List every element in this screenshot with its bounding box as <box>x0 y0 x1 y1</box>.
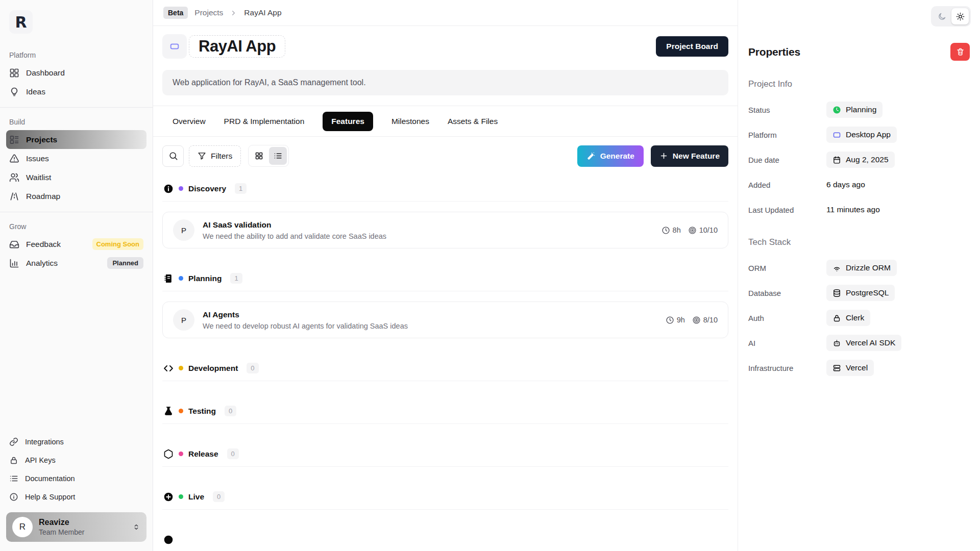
tab-milestones[interactable]: Milestones <box>391 117 429 126</box>
prop-label: Status <box>748 106 826 114</box>
feature-card-ai-agents[interactable]: P AI Agents We need to develop robust AI… <box>162 302 728 338</box>
prop-label: Last Updated <box>748 206 826 214</box>
light-mode-button[interactable] <box>951 8 969 24</box>
new-feature-button[interactable]: New Feature <box>651 145 728 167</box>
platform-badge[interactable]: Desktop App <box>826 127 897 143</box>
tab-prd-implementation[interactable]: PRD & Implementation <box>224 117 305 126</box>
feature-card-ai-saas-validation[interactable]: P AI SaaS validation We need the ability… <box>162 212 728 248</box>
sidebar-item-roadmap[interactable]: Roadmap <box>0 187 153 206</box>
tab-assets-files[interactable]: Assets & Files <box>448 117 498 126</box>
breadcrumb-current: RayAI App <box>244 8 281 17</box>
sidebar-item-integrations[interactable]: Integrations <box>0 433 153 451</box>
section-header[interactable] <box>162 532 728 551</box>
sidebar-item-feedback[interactable]: Feedback Coming Soon <box>0 235 153 254</box>
score-value: 10/10 <box>699 226 718 234</box>
section-header[interactable]: Testing 0 <box>162 404 728 424</box>
sidebar-item-dashboard[interactable]: Dashboard <box>0 63 153 82</box>
features-board: Filters Generate New Feature <box>153 137 738 551</box>
chevron-right-icon <box>230 9 237 17</box>
grid-icon <box>255 152 263 160</box>
page-title[interactable]: RayAI App <box>189 35 285 58</box>
infrastructure-value: Vercel <box>846 363 868 372</box>
theme-toggle <box>931 6 971 27</box>
sidebar-item-label: Projects <box>26 135 57 144</box>
delete-project-button[interactable] <box>950 43 970 61</box>
lock-icon <box>832 314 841 322</box>
sidebar-item-waitlist[interactable]: Waitlist <box>0 168 153 187</box>
alert-triangle-icon <box>9 154 19 164</box>
status-dot <box>179 276 183 281</box>
sidebar-item-ideas[interactable]: Ideas <box>0 82 153 101</box>
server-icon <box>832 364 841 372</box>
ai-badge[interactable]: Vercel AI SDK <box>826 335 901 351</box>
prop-row-platform: Platform Desktop App <box>748 126 970 144</box>
prop-row-infrastructure: Infrastructure Vercel <box>748 359 970 377</box>
section-header[interactable]: Planning 1 <box>162 271 728 291</box>
filters-label: Filters <box>211 152 232 161</box>
sidebar-item-documentation[interactable]: Documentation <box>0 469 153 488</box>
sidebar-item-label: Roadmap <box>26 192 60 201</box>
list-icon <box>9 474 18 483</box>
avatar: R <box>12 517 33 537</box>
tab-features[interactable]: Features <box>323 112 373 131</box>
section-name: Discovery <box>188 184 226 193</box>
prop-label: AI <box>748 339 826 347</box>
chevrons-up-down-icon <box>132 523 140 531</box>
list-view-button[interactable] <box>269 147 287 165</box>
sidebar-item-api-keys[interactable]: API Keys <box>0 451 153 469</box>
drizzle-icon <box>832 264 841 272</box>
prop-row-added: Added 6 days ago <box>748 176 970 194</box>
project-board-button[interactable]: Project Board <box>656 36 728 57</box>
user-role: Team Member <box>39 528 84 536</box>
section-header[interactable]: Release 0 <box>162 446 728 467</box>
user-menu[interactable]: R Reavize Team Member <box>6 512 146 542</box>
avatar: P <box>173 219 194 241</box>
main-content: Beta Projects RayAI App RayAI App Projec… <box>153 0 738 551</box>
app-logo[interactable]: R <box>9 10 33 34</box>
section-header[interactable]: Live 0 <box>162 489 728 510</box>
breadcrumb-projects[interactable]: Projects <box>194 8 223 17</box>
grid-view-button[interactable] <box>250 147 268 165</box>
board-toolbar: Filters Generate New Feature <box>162 145 728 167</box>
section-count: 1 <box>230 273 242 284</box>
sidebar-item-projects[interactable]: Projects <box>6 130 146 149</box>
generate-button[interactable]: Generate <box>577 145 644 167</box>
filters-button[interactable]: Filters <box>189 145 241 167</box>
search-button[interactable] <box>162 145 184 167</box>
generate-label: Generate <box>600 152 634 161</box>
auth-value: Clerk <box>846 313 864 322</box>
sidebar-item-issues[interactable]: Issues <box>0 149 153 168</box>
dark-mode-button[interactable] <box>933 8 950 24</box>
tab-overview[interactable]: Overview <box>173 117 206 126</box>
divider <box>0 107 153 108</box>
auth-badge[interactable]: Clerk <box>826 310 870 326</box>
status-badge[interactable]: Planning <box>826 102 883 118</box>
sidebar-item-help-support[interactable]: Help & Support <box>0 488 153 506</box>
added-value: 6 days ago <box>826 180 865 189</box>
sidebar-item-analytics[interactable]: Analytics Planned <box>0 254 153 272</box>
sidebar-item-label: Analytics <box>26 259 58 268</box>
score-value: 8/10 <box>703 316 718 324</box>
database-badge[interactable]: PostgreSQL <box>826 285 895 301</box>
score: 10/10 <box>688 226 718 235</box>
platform-value: Desktop App <box>846 130 891 139</box>
section-release: Release 0 <box>162 446 728 467</box>
sidebar-item-label: API Keys <box>25 456 56 464</box>
sidebar: R Platform Dashboard Ideas Build Project… <box>0 0 153 551</box>
plus-circle-icon <box>163 492 174 502</box>
project-icon-tile[interactable] <box>162 34 187 59</box>
due-date-badge[interactable]: Aug 2, 2025 <box>826 152 895 168</box>
infrastructure-badge[interactable]: Vercel <box>826 360 874 376</box>
section-header[interactable]: Development 0 <box>162 361 728 381</box>
plus-icon <box>659 152 668 160</box>
project-description[interactable]: Web application for RayAI, a SaaS manage… <box>162 70 728 95</box>
prop-label: Added <box>748 181 826 189</box>
orm-badge[interactable]: Drizzle ORM <box>826 260 897 276</box>
divider <box>0 212 153 212</box>
beta-badge: Beta <box>163 7 188 19</box>
prop-row-auth: Auth Clerk <box>748 309 970 327</box>
lock-icon <box>9 456 18 465</box>
planned-badge: Planned <box>107 257 143 269</box>
section-count: 0 <box>227 448 239 459</box>
section-header[interactable]: Discovery 1 <box>162 181 728 202</box>
